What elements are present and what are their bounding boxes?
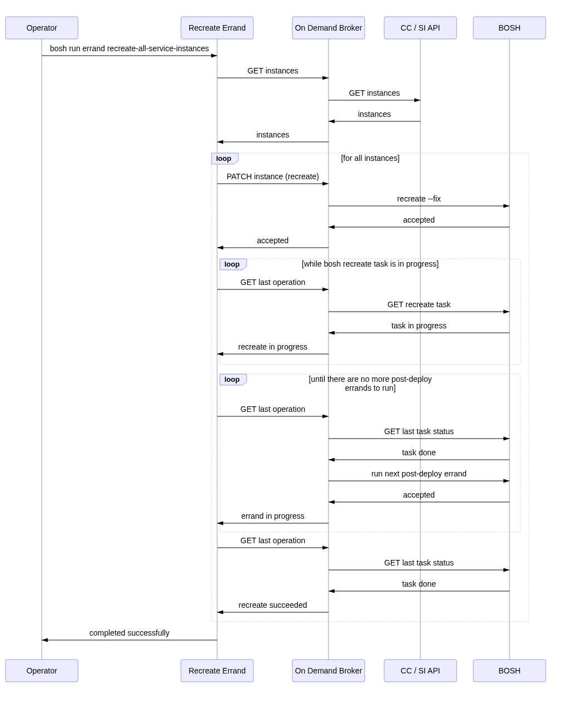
message-label-3: instances — [358, 110, 391, 119]
participant-label-broker: On Demand Broker — [295, 23, 362, 32]
loop-condition-0-0: [for all instances] — [341, 154, 399, 163]
participant-label-bosh: BOSH — [498, 666, 521, 675]
message-label-8: accepted — [257, 236, 289, 245]
message-label-4: instances — [256, 130, 289, 139]
message-label-12: recreate in progress — [238, 342, 308, 351]
message-label-19: GET last operation — [241, 536, 305, 545]
sequence-diagram: loop[for all instances]loop[while bosh r… — [0, 0, 588, 718]
message-label-9: GET last operation — [241, 278, 305, 287]
message-label-22: recreate succeeded — [239, 601, 307, 609]
message-label-10: GET recreate task — [388, 300, 451, 309]
loop-condition-1-0: [while bosh recreate task is in progress… — [302, 259, 439, 268]
participant-label-bosh: BOSH — [498, 23, 521, 32]
message-label-17: accepted — [403, 490, 435, 499]
message-label-20: GET last task status — [384, 558, 454, 567]
message-label-15: task done — [402, 448, 436, 457]
participant-label-cc: CC / SI API — [401, 666, 440, 675]
loop-condition-2-0: [until there are no more post-deploy — [308, 375, 432, 383]
participant-label-errand: Recreate Errand — [189, 23, 246, 32]
participant-label-operator: Operator — [26, 666, 57, 675]
participant-label-cc: CC / SI API — [401, 23, 440, 32]
message-label-21: task done — [402, 579, 436, 588]
message-label-14: GET last task status — [384, 427, 454, 436]
message-label-0: bosh run errand recreate-all-service-ins… — [50, 44, 209, 53]
loop-label-1: loop — [224, 260, 239, 268]
loop-condition-2-1: errands to run] — [345, 383, 395, 392]
loop-frame-2 — [220, 374, 521, 532]
message-label-11: task in progress — [391, 321, 447, 330]
participant-label-broker: On Demand Broker — [295, 666, 362, 675]
participant-label-errand: Recreate Errand — [189, 666, 246, 675]
message-label-1: GET instances — [247, 66, 298, 75]
message-label-18: errand in progress — [241, 512, 305, 520]
message-label-6: recreate --fix — [397, 194, 441, 203]
message-label-7: accepted — [403, 215, 435, 224]
loop-label-2: loop — [224, 375, 239, 383]
message-label-16: run next post-deploy errand — [371, 469, 467, 478]
loop-label-0: loop — [216, 154, 231, 163]
message-label-23: completed successfully — [90, 628, 170, 637]
participant-label-operator: Operator — [26, 23, 57, 32]
message-label-2: GET instances — [349, 88, 400, 97]
message-label-5: PATCH instance (recreate) — [227, 172, 319, 181]
message-label-13: GET last operation — [241, 405, 305, 414]
